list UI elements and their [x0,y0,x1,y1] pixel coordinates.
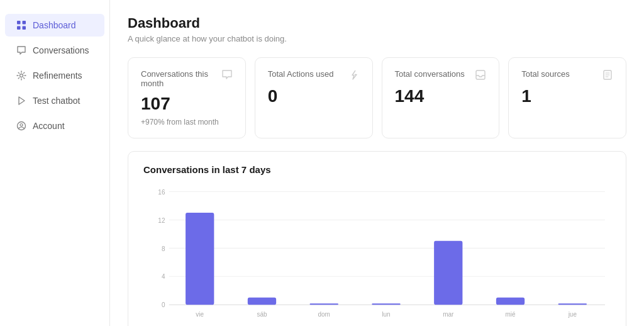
stat-card-header: Conversations this month [141,69,233,88]
book-icon [602,69,613,81]
stat-card-total-conversations: Total conversations 144 [382,57,500,138]
bar-dom [310,303,338,305]
sidebar-item-label: Conversations [33,45,89,55]
svg-rect-2 [17,26,21,30]
page-title: Dashboard [128,15,626,31]
svg-text:16: 16 [158,188,165,196]
stat-value: 107 [141,94,233,114]
svg-rect-3 [23,26,26,30]
chat-bubble-icon [16,45,26,55]
stat-label: Total conversations [395,69,465,79]
stat-label: Total Actions used [268,69,334,79]
svg-text:mar: mar [443,310,454,318]
stat-card-header: Total Actions used [268,69,360,81]
stat-label: Conversations this month [141,69,221,88]
stat-label: Total sources [521,69,570,79]
bolt-icon [348,69,360,81]
page-subtitle: A quick glance at how your chatbot is do… [128,34,626,43]
stat-card-total-sources: Total sources 1 [508,57,626,138]
svg-rect-1 [23,21,26,25]
chat-icon [221,69,233,81]
sidebar: Dashboard Conversations Refinements Test… [0,0,110,326]
user-circle-icon [16,121,26,131]
stats-grid: Conversations this month 107 +970% from … [128,57,626,138]
sidebar-item-refinements[interactable]: Refinements [5,64,104,87]
svg-point-7 [20,124,23,126]
bar-vie [186,213,214,305]
sidebar-item-label: Test chatbot [33,96,80,106]
sidebar-item-dashboard[interactable]: Dashboard [5,14,104,37]
bar-jue [558,303,587,305]
svg-text:dom: dom [318,310,330,318]
main-content: Dashboard A quick glance at how your cha… [110,0,644,326]
stat-value: 1 [521,87,613,106]
svg-rect-0 [17,21,21,25]
play-icon [16,96,26,106]
bar-chart: 16 12 8 4 0 [143,185,611,326]
stat-value: 0 [268,87,360,106]
sidebar-item-conversations[interactable]: Conversations [5,39,104,62]
stat-card-conversations-this-month: Conversations this month 107 +970% from … [128,57,246,138]
sidebar-item-label: Refinements [33,70,82,81]
svg-text:lun: lun [382,310,390,318]
svg-text:mié: mié [506,310,516,318]
svg-marker-5 [19,97,25,104]
chart-title: Conversations in last 7 days [143,164,611,175]
sidebar-item-account[interactable]: Account [5,115,104,137]
svg-rect-8 [476,70,485,79]
svg-text:vie: vie [196,310,204,318]
svg-text:jue: jue [568,310,577,318]
svg-text:12: 12 [158,216,165,224]
stat-card-header: Total conversations [395,69,487,81]
stat-card-total-actions: Total Actions used 0 [255,57,373,138]
chart-area: 16 12 8 4 0 [143,185,611,326]
bar-sab [248,298,276,305]
stat-card-header: Total sources [521,69,613,81]
svg-text:8: 8 [162,244,165,252]
svg-point-4 [20,74,23,77]
svg-text:0: 0 [162,301,165,309]
bar-lun [372,303,400,305]
bar-mie [496,298,525,305]
bar-mar [434,241,462,305]
stat-sub: +970% from last month [141,118,233,126]
sidebar-item-label: Dashboard [33,20,76,30]
grid-icon [16,20,26,30]
settings-icon [16,70,26,81]
stat-value: 144 [395,87,487,106]
chart-card: Conversations in last 7 days 16 12 8 4 0 [128,151,626,326]
svg-text:sáb: sáb [257,310,267,318]
inbox-icon [475,69,486,81]
svg-text:4: 4 [162,273,165,281]
sidebar-item-test-chatbot[interactable]: Test chatbot [5,89,104,112]
sidebar-item-label: Account [33,121,65,131]
